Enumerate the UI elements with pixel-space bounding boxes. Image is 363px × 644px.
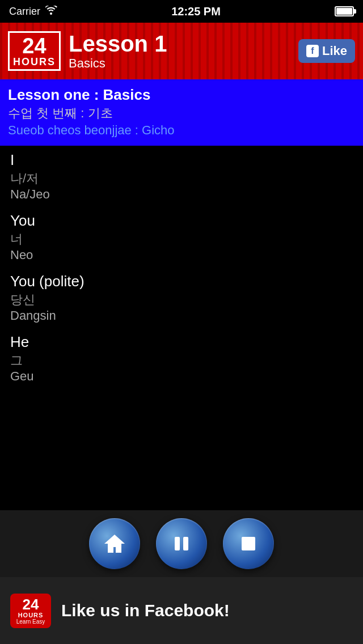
facebook-like-button[interactable]: f Like (298, 39, 355, 63)
header-subtitle: Basics (69, 56, 298, 71)
vocab-english: I (10, 151, 353, 169)
playback-controls (0, 510, 363, 577)
app-logo: 24 HOURS (8, 31, 61, 71)
lesson-banner: Lesson one : Basics 수업 첫 번째 : 기초 Sueob c… (0, 79, 363, 146)
header: 24 HOURS Lesson 1 Basics f Like (0, 23, 363, 79)
vocab-english: You (polite) (10, 273, 353, 290)
svg-rect-2 (242, 537, 255, 550)
svg-rect-1 (183, 537, 188, 550)
logo-24: 24 (13, 35, 56, 57)
list-item[interactable]: I 나/저 Na/Jeo (10, 151, 353, 202)
lesson-title-romanized: Sueob cheos beonjjae : Gicho (8, 123, 355, 138)
vocab-hangul: 당신 (10, 291, 353, 308)
vocab-hangul: 그 (10, 352, 353, 369)
list-item[interactable]: You (polite) 당신 Dangsin (10, 273, 353, 323)
list-item[interactable]: He 그 Geu (10, 333, 353, 384)
home-icon (102, 531, 127, 556)
ad-logo: 24 HOURS Learn Easy (10, 594, 51, 628)
vocab-romanized: Neo (10, 248, 353, 262)
vocab-hangul: 나/저 (10, 170, 353, 187)
ad-logo-24: 24 (15, 597, 47, 612)
ad-logo-learn: Learn Easy (15, 618, 47, 625)
svg-rect-0 (175, 537, 180, 550)
header-title: Lesson 1 (69, 31, 298, 56)
home-button[interactable] (89, 518, 140, 569)
status-left: Carrier (9, 6, 57, 18)
status-time: 12:25 PM (171, 5, 221, 18)
pause-icon (169, 531, 194, 556)
vocab-romanized: Geu (10, 369, 353, 384)
vocab-english: You (10, 212, 353, 230)
status-bar: Carrier 12:25 PM (0, 0, 363, 23)
vocab-english: He (10, 333, 353, 351)
like-label: Like (322, 44, 347, 58)
vocabulary-list: I 나/저 Na/Jeo You 너 Neo You (polite) 당신 D… (0, 146, 363, 544)
battery-icon (335, 6, 354, 16)
stop-button[interactable] (223, 518, 274, 569)
facebook-icon: f (306, 45, 319, 57)
vocab-hangul: 너 (10, 231, 353, 248)
ad-text: Like us in Facebook! (61, 601, 230, 620)
ad-logo-hours: HOURS (15, 612, 47, 618)
pause-button[interactable] (156, 518, 207, 569)
list-item[interactable]: You 너 Neo (10, 212, 353, 262)
carrier-label: Carrier (9, 6, 40, 18)
vocab-romanized: Dangsin (10, 308, 353, 323)
wifi-icon (45, 6, 57, 18)
vocab-romanized: Na/Jeo (10, 187, 353, 202)
lesson-title-korean: 수업 첫 번째 : 기초 (8, 105, 355, 122)
ad-banner[interactable]: 24 HOURS Learn Easy Like us in Facebook! (0, 577, 363, 644)
stop-icon (236, 531, 261, 556)
lesson-title-english: Lesson one : Basics (8, 86, 355, 104)
logo-hours: HOURS (13, 57, 56, 67)
header-text: Lesson 1 Basics (69, 31, 298, 71)
